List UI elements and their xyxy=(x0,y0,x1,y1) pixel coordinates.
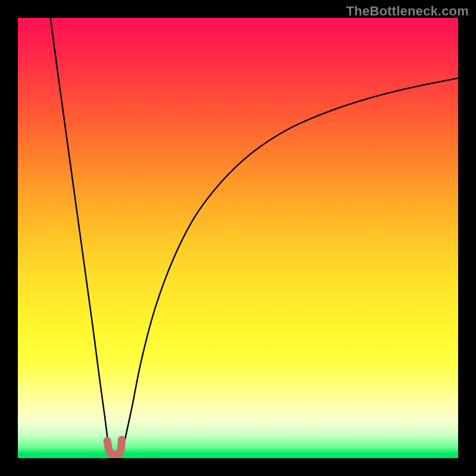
watermark-text: TheBottleneck.com xyxy=(346,4,469,19)
chart-svg xyxy=(18,18,458,458)
curve-left-descent xyxy=(51,18,111,452)
plot-area xyxy=(18,18,458,458)
curve-right-ascent xyxy=(123,78,458,452)
minimum-marker xyxy=(107,440,121,455)
chart-frame: TheBottleneck.com xyxy=(0,0,476,476)
